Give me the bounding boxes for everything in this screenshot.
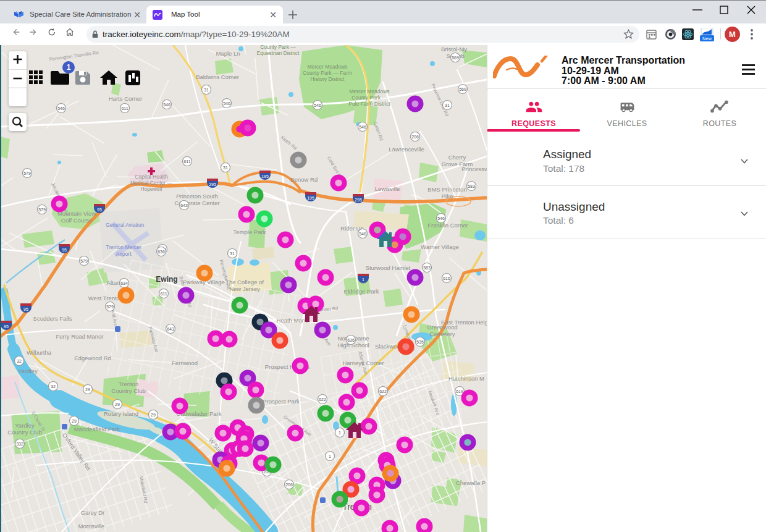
- svg-text:Baldwins Corner: Baldwins Corner: [196, 74, 239, 80]
- svg-text:Hutchinson M: Hutchinson M: [448, 375, 484, 382]
- svg-text:95: 95: [23, 307, 28, 311]
- svg-text:Franklin Corner: Franklin Corner: [427, 222, 468, 229]
- svg-text:Mercer Meadows: Mercer Meadows: [307, 64, 347, 70]
- svg-text:Country Club: Country Club: [111, 387, 145, 394]
- svg-text:Eldridge Park: Eldridge Park: [343, 288, 379, 295]
- svg-text:Pike: Pike: [442, 193, 453, 200]
- svg-text:546: 546: [314, 103, 321, 108]
- svg-text:643: 643: [180, 203, 188, 208]
- svg-text:History District: History District: [311, 76, 345, 82]
- svg-text:Sturwood Hamlet: Sturwood Hamlet: [366, 264, 411, 271]
- svg-text:31: 31: [204, 88, 209, 92]
- svg-text:195: 195: [307, 196, 314, 200]
- svg-text:County Park —: County Park —: [351, 95, 387, 101]
- svg-text:Cemetery: Cemetery: [429, 331, 455, 337]
- svg-text:579: 579: [23, 171, 31, 175]
- svg-text:583: 583: [468, 184, 475, 188]
- svg-text:579: 579: [38, 208, 46, 212]
- svg-text:29: 29: [72, 419, 77, 423]
- svg-text:Maple Ln: Maple Ln: [216, 50, 240, 57]
- svg-text:Princeton South: Princeton South: [176, 193, 218, 200]
- svg-text:1: 1: [329, 454, 331, 458]
- svg-text:95: 95: [4, 324, 9, 329]
- svg-text:1: 1: [339, 431, 341, 435]
- svg-text:332: 332: [16, 442, 23, 446]
- svg-text:Chewalla P: Chewalla P: [456, 479, 486, 486]
- svg-text:643: 643: [167, 327, 174, 331]
- svg-text:636: 636: [347, 338, 355, 342]
- svg-text:Ferry Road Manor: Ferry Road Manor: [56, 333, 103, 340]
- svg-text:611: 611: [160, 292, 167, 296]
- svg-text:579: 579: [106, 305, 114, 309]
- svg-text:Mercer Meadows: Mercer Meadows: [349, 88, 389, 95]
- svg-text:95: 95: [97, 208, 102, 212]
- svg-text:611: 611: [183, 159, 190, 164]
- svg-text:Lewisville: Lewisville: [375, 185, 400, 192]
- svg-text:Garey Dr: Garey Dr: [81, 509, 105, 516]
- svg-text:Harts Corner: Harts Corner: [109, 95, 142, 102]
- svg-text:31: 31: [230, 251, 235, 256]
- svg-text:Ewing: Ewing: [156, 275, 177, 284]
- svg-text:Airport: Airport: [116, 251, 132, 257]
- svg-text:546: 546: [57, 106, 65, 111]
- svg-text:569: 569: [459, 87, 466, 91]
- svg-text:County Park —: County Park —: [260, 45, 296, 50]
- svg-text:295: 295: [209, 182, 216, 187]
- svg-text:206: 206: [285, 483, 293, 487]
- svg-text:546: 546: [223, 101, 230, 106]
- svg-text:Fernwood: Fernwood: [172, 360, 198, 366]
- svg-text:295: 295: [355, 198, 362, 202]
- svg-text:Country Club: Country Club: [7, 429, 41, 436]
- svg-text:29: 29: [115, 402, 120, 407]
- svg-text:535: 535: [416, 340, 424, 344]
- svg-text:611: 611: [121, 106, 128, 111]
- svg-text:Trenton: Trenton: [119, 381, 138, 387]
- svg-text:622: 622: [319, 397, 326, 402]
- svg-text:General Aviation: General Aviation: [106, 222, 144, 228]
- svg-text:569: 569: [452, 56, 459, 60]
- svg-text:32: 32: [17, 359, 22, 363]
- svg-text:29: 29: [85, 387, 90, 392]
- svg-text:Cherry: Cherry: [448, 154, 466, 161]
- svg-text:BMS Princeton: BMS Princeton: [427, 186, 466, 193]
- svg-text:New: New: [702, 36, 712, 41]
- svg-text:Golf Course: Golf Course: [61, 217, 93, 224]
- svg-text:583: 583: [423, 266, 431, 270]
- svg-text:Edgewood Rd: Edgewood Rd: [74, 355, 111, 361]
- svg-text:New Jersey: New Jersey: [229, 285, 260, 292]
- svg-text:Warner Village: Warner Village: [421, 243, 459, 250]
- svg-text:1: 1: [362, 277, 364, 282]
- svg-text:Yardley: Yardley: [15, 422, 35, 429]
- svg-text:636: 636: [158, 250, 165, 254]
- svg-text:616: 616: [443, 276, 450, 281]
- svg-text:546: 546: [359, 232, 366, 236]
- svg-text:Trenton Mercer: Trenton Mercer: [106, 244, 141, 250]
- svg-text:Wilburtha: Wilburtha: [27, 349, 52, 356]
- svg-text:Yardley: Yardley: [18, 368, 38, 374]
- svg-text:Hopewell: Hopewell: [141, 186, 162, 192]
- svg-text:Greenwood: Greenwood: [427, 324, 457, 331]
- svg-text:634: 634: [120, 281, 128, 285]
- svg-text:Prospect Park: Prospect Park: [263, 398, 300, 405]
- svg-text:546: 546: [359, 125, 366, 129]
- svg-text:Morrisville: Morrisville: [78, 523, 105, 530]
- svg-text:Macclesfield Park: Macclesfield Park: [74, 426, 120, 433]
- svg-text:31: 31: [223, 166, 228, 170]
- svg-text:Bristol-My: Bristol-My: [441, 46, 467, 53]
- svg-text:Pole Farm District: Pole Farm District: [348, 101, 390, 107]
- svg-text:195: 195: [261, 174, 269, 179]
- svg-text:546: 546: [437, 216, 445, 221]
- svg-text:32: 32: [51, 384, 56, 389]
- svg-text:31: 31: [445, 103, 450, 108]
- svg-text:579: 579: [80, 259, 88, 263]
- svg-text:The College of: The College of: [225, 279, 264, 285]
- svg-text:Temple Park: Temple Park: [234, 229, 266, 235]
- svg-text:Rotary Island: Rotary Island: [104, 410, 138, 417]
- svg-text:Lawrenceville: Lawrenceville: [389, 146, 424, 153]
- svg-text:546: 546: [163, 103, 170, 107]
- svg-text:Equestrian District: Equestrian District: [257, 50, 300, 56]
- svg-text:Grove Farm: Grove Farm: [442, 161, 473, 167]
- svg-text:County Park — Farm: County Park — Farm: [303, 70, 352, 76]
- svg-text:619: 619: [456, 389, 463, 394]
- svg-text:29: 29: [151, 413, 156, 417]
